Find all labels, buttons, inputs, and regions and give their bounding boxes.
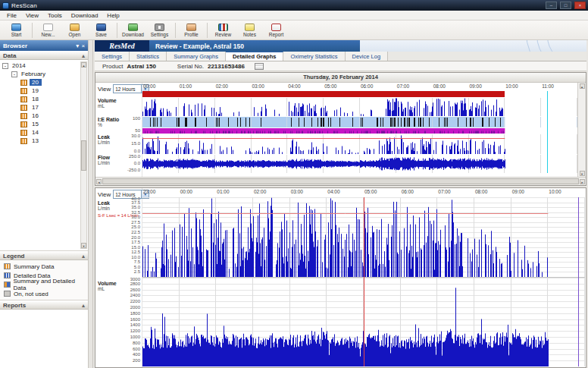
tree-date-item[interactable]: 20	[20, 78, 88, 86]
download-icon	[128, 24, 138, 31]
tree-year-label: 2014	[11, 62, 27, 69]
report-button[interactable]: Report	[263, 21, 289, 39]
scroll-up-icon[interactable]	[81, 62, 86, 68]
download-button[interactable]: Download	[120, 21, 146, 39]
tree-date-item[interactable]: 16	[20, 112, 88, 120]
ie-ratio-graph-canvas[interactable]	[142, 117, 577, 127]
time-cursor-line[interactable]	[547, 91, 548, 173]
collapse-section-icon[interactable]	[82, 253, 85, 259]
reports-section-header[interactable]: Reports	[0, 300, 88, 310]
tree-node-year[interactable]: 2014	[2, 61, 88, 70]
collapse-icon[interactable]	[11, 71, 17, 77]
review-title: Review - Example, Astral 150	[149, 40, 360, 52]
browser-panel-header[interactable]: Browser	[0, 40, 88, 51]
collapse-section-icon[interactable]	[82, 52, 85, 59]
tree-date-item[interactable]: 17	[20, 103, 88, 112]
gear-icon	[155, 24, 164, 31]
review-chart-icon	[218, 24, 228, 31]
tree-date-item[interactable]: 19	[20, 86, 88, 95]
bottom-panel-gutter: View 12 Hours Leak L/min S-F Lsec = 14 L…	[95, 188, 142, 367]
time-cursor-line[interactable]	[364, 197, 364, 366]
chevron-down-icon[interactable]	[76, 42, 79, 49]
scroll-right-icon[interactable]	[580, 179, 585, 184]
toolbar-separator	[207, 23, 208, 38]
tab-settings[interactable]: Settings	[95, 52, 130, 61]
toolbar-separator	[32, 23, 33, 38]
scrollbar-thumb[interactable]	[102, 178, 579, 184]
close-panel-icon[interactable]	[81, 42, 85, 49]
minimize-button[interactable]	[546, 2, 557, 9]
scroll-down-icon[interactable]	[580, 171, 585, 176]
leak-graph-canvas[interactable]	[142, 134, 577, 154]
review-button[interactable]: Review	[210, 21, 236, 39]
detailed-graphs-bottom-panel: View 12 Hours Leak L/min S-F Lsec = 14 L…	[95, 187, 586, 368]
start-button[interactable]: Start	[3, 21, 30, 39]
tree-node-month[interactable]: February	[11, 70, 88, 78]
main-tabs: Settings Statistics Summary Graphs Detai…	[95, 52, 586, 61]
channel-label-flow: Flow L/min	[98, 155, 110, 165]
detailed-graphs-top-panel: Thursday, 20 February 2014 View 12 Hours…	[95, 72, 586, 186]
legend-item-summary: Summary Data	[0, 262, 88, 271]
open-button[interactable]: Open	[61, 21, 88, 39]
legend-item-both: Summary and Detailed Data	[0, 280, 88, 289]
legend-list: Summary Data Detailed Data Summary and D…	[0, 260, 88, 300]
main-area: ResMed Review - Example, Astral 150 Sett…	[93, 40, 588, 368]
tab-device-log[interactable]: Device Log	[346, 52, 389, 61]
summary-data-icon	[20, 138, 27, 144]
view-label: View	[98, 86, 111, 93]
top-panel-vscrollbar[interactable]	[577, 83, 586, 177]
save-button[interactable]: Save	[88, 21, 114, 39]
tab-statistics[interactable]: Statistics	[130, 52, 167, 61]
volume-graph-canvas[interactable]	[142, 98, 577, 116]
tree-date-item[interactable]: 15	[20, 120, 88, 128]
summary-data-icon	[20, 130, 27, 136]
menu-tools[interactable]: Tools	[43, 11, 67, 20]
brand-decoration	[360, 40, 586, 52]
bottom-leak-yticks: 40.037.535.032.530.027.525.022.520.017.5…	[95, 197, 142, 277]
scrollbar-thumb[interactable]	[81, 140, 86, 171]
tab-oximetry-statistics[interactable]: Oximetry Statistics	[283, 52, 345, 61]
tree-date-item[interactable]: 14	[20, 128, 88, 137]
collapse-section-icon[interactable]	[82, 302, 85, 309]
summary-data-icon	[20, 121, 27, 127]
tab-detailed-graphs[interactable]: Detailed Graphs	[226, 52, 284, 61]
toolbar-separator	[117, 23, 117, 38]
tree-date-item[interactable]: 13	[20, 137, 88, 145]
new-button[interactable]: New...	[35, 21, 61, 39]
notes-icon	[245, 24, 255, 31]
tree-date-item[interactable]: 18	[20, 95, 88, 103]
report-doc-icon	[271, 24, 281, 31]
data-section-header[interactable]: Data	[0, 51, 88, 60]
summary-and-detailed-icon	[4, 282, 11, 288]
leak-yticks: 30.0 15.0 0.0	[131, 134, 140, 153]
scroll-down-icon[interactable]	[81, 243, 86, 248]
scroll-left-icon[interactable]	[96, 179, 102, 184]
legend-section-header[interactable]: Legend	[0, 251, 88, 260]
menu-view[interactable]: View	[21, 11, 43, 20]
ie-ratio-yticks: 100 50	[133, 116, 140, 133]
tree-scrollbar[interactable]	[80, 61, 87, 249]
open-folder-icon	[70, 24, 80, 31]
notes-button[interactable]: Notes	[236, 21, 263, 39]
device-icon[interactable]	[255, 63, 264, 70]
range-end-marker-line[interactable]	[578, 197, 579, 366]
graph-date-header: Thursday, 20 February 2014	[95, 73, 586, 83]
settings-button[interactable]: Settings	[146, 21, 173, 39]
menu-download[interactable]: Download	[67, 11, 103, 20]
flow-graph-canvas[interactable]	[142, 155, 577, 173]
swoosh-arc-icon	[526, 40, 586, 52]
menu-help[interactable]: Help	[102, 11, 124, 20]
maximize-button[interactable]	[560, 2, 571, 9]
scroll-up-icon[interactable]	[580, 83, 585, 89]
collapse-icon[interactable]	[2, 63, 8, 69]
toolbar-separator	[175, 23, 176, 38]
close-button[interactable]	[574, 2, 586, 9]
bottom-chart-area[interactable]: 23:0000:0001:0002:0003:0004:0005:0006:00…	[142, 188, 585, 367]
menu-file[interactable]: File	[2, 11, 21, 20]
profile-button[interactable]: Profile	[178, 21, 205, 39]
tab-summary-graphs[interactable]: Summary Graphs	[167, 52, 226, 61]
channel-label-ie-ratio: I:E Ratio %	[98, 117, 119, 127]
top-chart-area[interactable]: 00:0001:0002:0003:0004:0005:0006:0007:00…	[142, 83, 577, 177]
window-titlebar[interactable]: ResScan	[0, 0, 588, 11]
top-panel-hscrollbar[interactable]	[95, 177, 586, 185]
